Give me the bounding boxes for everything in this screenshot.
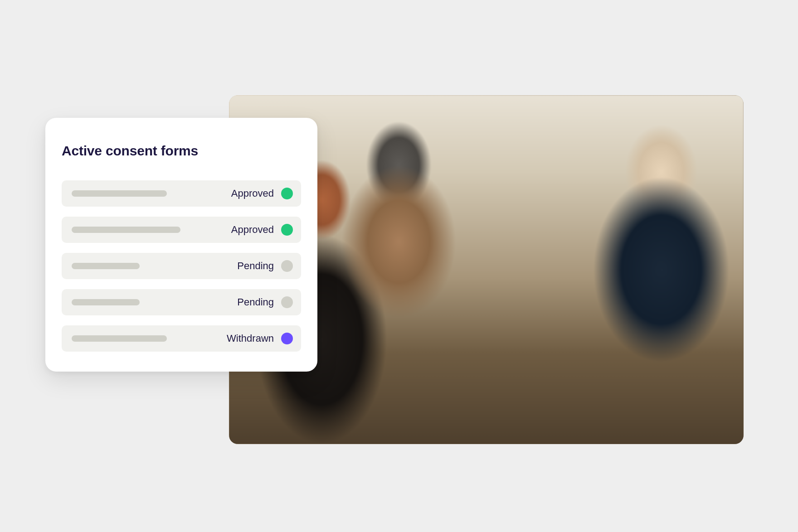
status-dot-icon xyxy=(281,188,293,199)
consent-row[interactable]: Approved xyxy=(62,217,301,243)
consent-rows: Approved Approved Pending Pending xyxy=(62,180,301,352)
status-label: Pending xyxy=(237,296,274,308)
status-dot-icon xyxy=(281,296,293,308)
status-label: Approved xyxy=(231,188,274,199)
consent-row[interactable]: Pending xyxy=(62,289,301,315)
status-dot-icon xyxy=(281,224,293,236)
placeholder-bar xyxy=(72,299,140,305)
placeholder-bar xyxy=(72,190,167,197)
consent-row[interactable]: Approved xyxy=(62,180,301,207)
status-label: Pending xyxy=(237,260,274,272)
status-label: Withdrawn xyxy=(227,333,274,344)
consent-forms-card: Active consent forms Approved Approved P… xyxy=(45,118,317,372)
placeholder-bar xyxy=(72,335,167,342)
placeholder-bar xyxy=(72,227,180,233)
consent-row[interactable]: Withdrawn xyxy=(62,325,301,352)
consent-row[interactable]: Pending xyxy=(62,253,301,279)
canvas: Active consent forms Approved Approved P… xyxy=(0,0,798,532)
status-dot-icon xyxy=(281,260,293,272)
placeholder-bar xyxy=(72,263,140,269)
card-title: Active consent forms xyxy=(62,143,301,159)
status-label: Approved xyxy=(231,224,274,236)
status-dot-icon xyxy=(281,333,293,344)
